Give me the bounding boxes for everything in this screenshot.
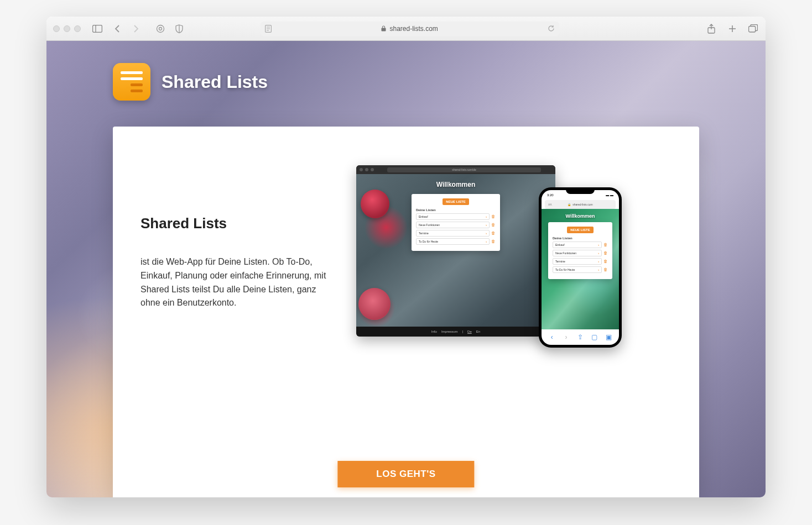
mock-desktop-address: shared-lists.com/de — [387, 167, 541, 172]
app-logo-icon — [113, 63, 150, 101]
trash-icon: 🗑 — [491, 239, 496, 244]
safari-toolbar: shared-lists.com — [46, 17, 766, 41]
zoom-window-button[interactable] — [74, 25, 81, 32]
window-controls — [53, 25, 81, 32]
phone-mockup: 3:20 ▬ ▬ AA 🔒 shared-lists.com Willkomme… — [539, 187, 622, 348]
svg-rect-0 — [93, 25, 102, 32]
url-text: shared-lists.com — [389, 25, 438, 33]
phone-forward-icon: › — [562, 333, 570, 341]
phone-back-icon: ‹ — [548, 333, 556, 341]
svg-rect-9 — [382, 28, 386, 32]
mock-list-item: Termine — [419, 232, 429, 235]
card-description: ist die Web-App für Deine Listen. Ob To-… — [140, 255, 329, 310]
brand-header: Shared Lists — [113, 63, 268, 101]
mock-phone-your-lists: Deine Listen — [553, 237, 608, 240]
safari-window: shared-lists.com Sh — [46, 17, 766, 497]
mock-desktop-your-lists: Deine Listen — [416, 208, 496, 212]
cta-button[interactable]: LOS GEHT'S — [337, 461, 474, 487]
page-content: Shared Lists Shared Lists ist die Web-Ap… — [46, 41, 766, 497]
mock-list-item: Termine — [555, 260, 565, 263]
minimize-window-button[interactable] — [64, 25, 70, 32]
back-button[interactable] — [112, 23, 123, 34]
product-mockups: shared-lists.com/de Willkommen NEUE LIST… — [356, 154, 672, 497]
lock-icon — [381, 25, 386, 32]
trash-icon: 🗑 — [491, 223, 496, 227]
reader-icon[interactable] — [265, 25, 272, 33]
close-window-button[interactable] — [53, 25, 60, 32]
desktop-mockup: shared-lists.com/de Willkommen NEUE LIST… — [356, 165, 555, 337]
trash-icon: 🗑 — [603, 243, 608, 247]
svg-rect-13 — [749, 27, 756, 33]
sidebar-toggle-icon[interactable] — [92, 23, 103, 34]
mock-footer-impressum: Impressum — [441, 330, 458, 333]
mock-list-item: Neue Funktionen — [555, 251, 576, 255]
address-bar[interactable]: shared-lists.com — [261, 22, 559, 36]
share-icon[interactable] — [706, 23, 717, 34]
trash-icon: 🗑 — [603, 259, 608, 264]
brand-title: Shared Lists — [162, 72, 268, 92]
trash-icon: 🗑 — [491, 231, 496, 235]
svg-point-2 — [157, 25, 164, 32]
mock-footer-info: Info — [431, 330, 437, 333]
mock-list-item: Einkauf — [419, 215, 428, 218]
trash-icon: 🗑 — [491, 214, 496, 219]
phone-bookmarks-icon: ▢ — [591, 333, 598, 341]
card-heading: Shared Lists — [140, 215, 329, 232]
hero-card: Shared Lists ist die Web-App für Deine L… — [113, 127, 699, 497]
new-tab-icon[interactable] — [727, 23, 738, 34]
mock-phone-time: 3:20 — [547, 193, 554, 197]
shield-icon[interactable] — [174, 23, 185, 34]
mock-footer-de: De — [467, 330, 472, 333]
mock-list-item: To Do für Heute — [419, 240, 438, 243]
privacy-report-icon[interactable] — [155, 23, 166, 34]
refresh-icon[interactable] — [548, 25, 555, 32]
forward-button[interactable] — [131, 23, 142, 34]
svg-point-3 — [159, 27, 162, 30]
mock-desktop-welcome: Willkommen — [436, 181, 476, 188]
phone-share-icon: ⇪ — [576, 333, 584, 341]
mock-list-item: Einkauf — [555, 243, 565, 246]
mock-phone-new-list: NEUE LISTE — [567, 227, 593, 233]
mock-desktop-footer: Info Impressum | De En — [356, 327, 555, 337]
mock-phone-address: shared-lists.com — [572, 203, 592, 206]
trash-icon: 🗑 — [603, 251, 608, 255]
mock-footer-en: En — [476, 330, 480, 333]
mock-list-item: Neue Funktionen — [419, 223, 440, 227]
trash-icon: 🗑 — [603, 267, 608, 272]
phone-tabs-icon: ▣ — [605, 333, 612, 341]
mock-desktop-new-list: NEUE LISTE — [443, 198, 469, 205]
mock-phone-welcome: Willkommen — [566, 213, 595, 219]
mock-phone-toolbar: ‹ › ⇪ ▢ ▣ — [542, 329, 619, 345]
tabs-overview-icon[interactable] — [748, 23, 759, 34]
mock-list-item: To-Do für Heute — [555, 268, 575, 271]
